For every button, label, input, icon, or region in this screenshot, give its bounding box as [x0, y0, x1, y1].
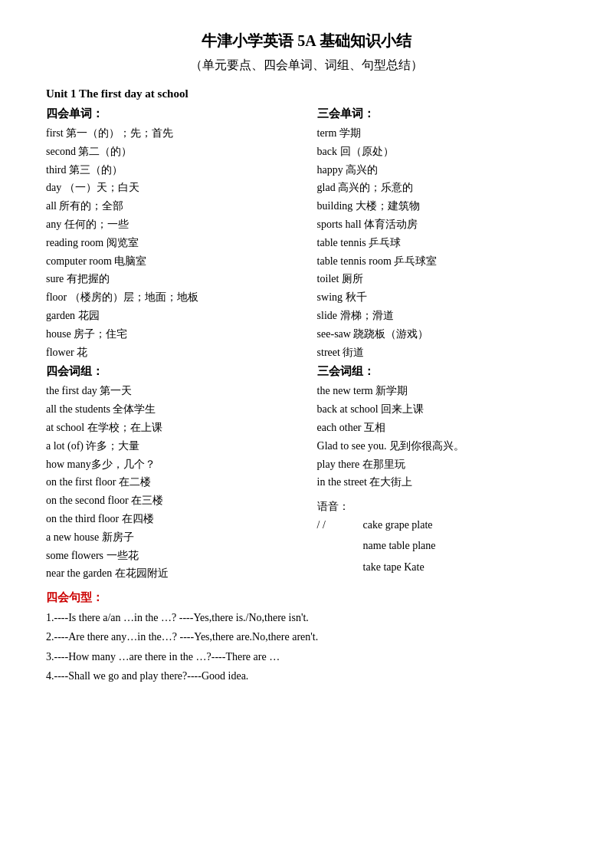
phrase-item: on the second floor 在三楼 [46, 492, 296, 510]
vocab-item: sports hall 体育活动房 [317, 215, 567, 234]
phonics-words: take tape Kate [363, 557, 425, 577]
vocab-item: third 第三（的） [46, 161, 296, 179]
vocab-item: table tennis 乒乓球 [317, 234, 567, 252]
right-vocab-col: 三会单词： term 学期back 回（原处）happy 高兴的glad 高兴的… [317, 107, 567, 361]
right-vocab-header: 三会单词： [317, 107, 567, 121]
phrase-item: a new house 新房子 [46, 528, 296, 547]
phrase-item: near the garden 在花园附近 [46, 564, 296, 583]
vocab-section: 四会单词： first 第一（的）；先；首先second 第二（的）third … [46, 107, 567, 361]
vocab-item: day （一）天；白天 [46, 179, 296, 197]
phrase-item: the new term 新学期 [317, 382, 567, 400]
phrase-item: on the first floor 在二楼 [46, 473, 296, 492]
vocab-item: second 第二（的） [46, 143, 296, 161]
phrase-item: all the students 全体学生 [46, 400, 296, 419]
sentence-item: 4.----Shall we go and play there?----Goo… [46, 666, 567, 686]
phrase-section: 四会词组： the first day 第一天all the students … [46, 364, 567, 583]
page: 牛津小学英语 5A 基础知识小结 （单元要点、四会单词、词组、句型总结） Uni… [0, 0, 613, 868]
right-phrase-header: 三会词组： [317, 364, 567, 379]
sentences-list: 1.----Is there a/an …in the …? ----Yes,t… [46, 608, 567, 686]
left-phrase-col: 四会词组： the first day 第一天all the students … [46, 364, 296, 583]
vocab-item: computer room 电脑室 [46, 252, 296, 271]
phrase-item: each other 互相 [317, 419, 567, 437]
phrase-item: the first day 第一天 [46, 382, 296, 400]
vocab-item: street 街道 [317, 344, 567, 362]
vocab-item: any 任何的；一些 [46, 215, 296, 234]
phrase-item: how many多少，几个？ [46, 455, 296, 474]
vocab-item: swing 秋千 [317, 288, 567, 307]
phonics-section: 语音： / / cake grape plate name table plan… [317, 499, 567, 577]
phonics-row: / / cake grape plate [317, 515, 567, 534]
sentences-section: 四会句型： 1.----Is there a/an …in the …? ---… [46, 590, 567, 686]
sentence-item: 3.----How many …are there in the …?----T… [46, 647, 567, 666]
vocab-item: back 回（原处） [317, 143, 567, 161]
unit-title: Unit 1 The first day at school [46, 87, 567, 100]
sentences-header: 四会句型： [46, 590, 567, 605]
phonics-symbols [317, 536, 363, 555]
phrase-item: in the street 在大街上 [317, 473, 567, 492]
phonics-symbols: / / [317, 515, 363, 534]
phrase-item: at school 在学校；在上课 [46, 419, 296, 437]
vocab-item: glad 高兴的；乐意的 [317, 179, 567, 197]
phonics-label: 语音： [317, 501, 349, 512]
sentence-item: 2.----Are there any…in the…? ----Yes,the… [46, 627, 567, 646]
phrase-item: some flowers 一些花 [46, 547, 296, 565]
vocab-item: reading room 阅览室 [46, 234, 296, 252]
left-vocab-col: 四会单词： first 第一（的）；先；首先second 第二（的）third … [46, 107, 296, 361]
vocab-item: flower 花 [46, 344, 296, 362]
phonics-row: take tape Kate [317, 557, 567, 577]
phrase-item: Glad to see you. 见到你很高兴。 [317, 437, 567, 455]
vocab-item: first 第一（的）；先；首先 [46, 124, 296, 143]
vocab-item: see-saw 跷跷板（游戏） [317, 325, 567, 344]
right-phrase-list: the new term 新学期back at school 回来上课each … [317, 382, 567, 492]
phonics-words: cake grape plate [363, 515, 433, 534]
vocab-item: garden 花园 [46, 307, 296, 325]
vocab-item: floor （楼房的）层；地面；地板 [46, 288, 296, 307]
phrase-item: play there 在那里玩 [317, 455, 567, 474]
phonics-rows: / / cake grape plate name table plane ta… [317, 515, 567, 577]
left-vocab-header: 四会单词： [46, 107, 296, 121]
sentence-item: 1.----Is there a/an …in the …? ----Yes,t… [46, 608, 567, 627]
right-phrase-col: 三会词组： the new term 新学期back at school 回来上… [317, 364, 567, 583]
left-vocab-list: first 第一（的）；先；首先second 第二（的）third 第三（的）d… [46, 124, 296, 361]
vocab-item: all 所有的；全部 [46, 197, 296, 215]
phrase-item: on the third floor 在四楼 [46, 510, 296, 528]
vocab-item: building 大楼；建筑物 [317, 197, 567, 215]
left-phrase-header: 四会词组： [46, 364, 296, 379]
phrase-item: a lot (of) 许多；大量 [46, 437, 296, 455]
vocab-item: term 学期 [317, 124, 567, 143]
left-phrase-list: the first day 第一天all the students 全体学生at… [46, 382, 296, 583]
vocab-item: house 房子；住宅 [46, 325, 296, 344]
right-vocab-list: term 学期back 回（原处）happy 高兴的glad 高兴的；乐意的bu… [317, 124, 567, 361]
main-title: 牛津小学英语 5A 基础知识小结 [46, 31, 567, 51]
sub-title: （单元要点、四会单词、词组、句型总结） [46, 58, 567, 74]
phonics-symbols [317, 557, 363, 577]
phonics-row: name table plane [317, 536, 567, 555]
vocab-item: sure 有把握的 [46, 270, 296, 288]
vocab-item: toilet 厕所 [317, 270, 567, 288]
vocab-item: table tennis room 乒乓球室 [317, 252, 567, 271]
vocab-item: slide 滑梯；滑道 [317, 307, 567, 325]
phrase-item: back at school 回来上课 [317, 400, 567, 419]
vocab-item: happy 高兴的 [317, 161, 567, 179]
phonics-words: name table plane [363, 536, 436, 555]
